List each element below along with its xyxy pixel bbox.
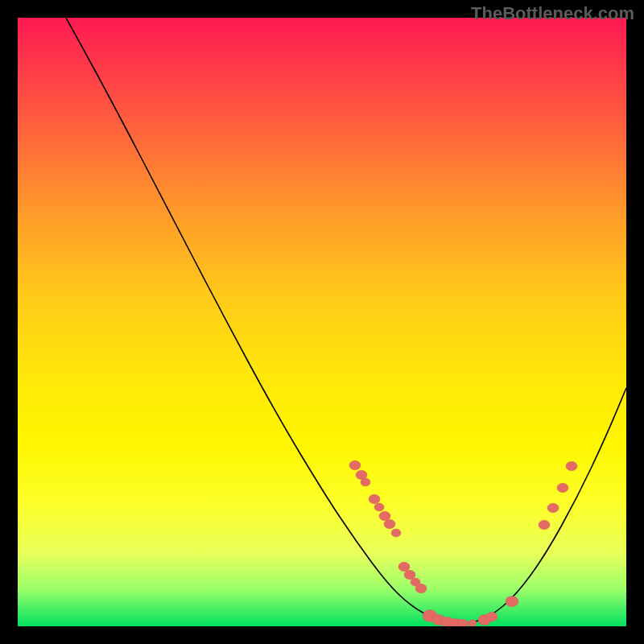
data-point	[539, 520, 550, 529]
data-point	[379, 511, 390, 520]
data-point	[384, 519, 395, 528]
data-point	[486, 612, 497, 621]
data-point	[391, 529, 401, 537]
data-point	[469, 620, 477, 626]
data-markers	[349, 460, 577, 626]
data-point	[398, 562, 410, 571]
data-point	[361, 478, 370, 486]
data-point	[349, 460, 361, 469]
watermark-text: TheBottleneck.com	[471, 3, 634, 24]
chart-svg	[18, 18, 626, 626]
data-point	[374, 503, 384, 511]
data-point	[506, 596, 518, 606]
data-point	[557, 483, 568, 492]
data-point	[369, 494, 380, 503]
chart-plot-area	[18, 18, 626, 626]
data-point	[547, 503, 559, 512]
data-point	[566, 461, 577, 470]
bottleneck-curve	[66, 18, 626, 624]
data-point	[404, 570, 415, 579]
data-point	[415, 584, 427, 592]
